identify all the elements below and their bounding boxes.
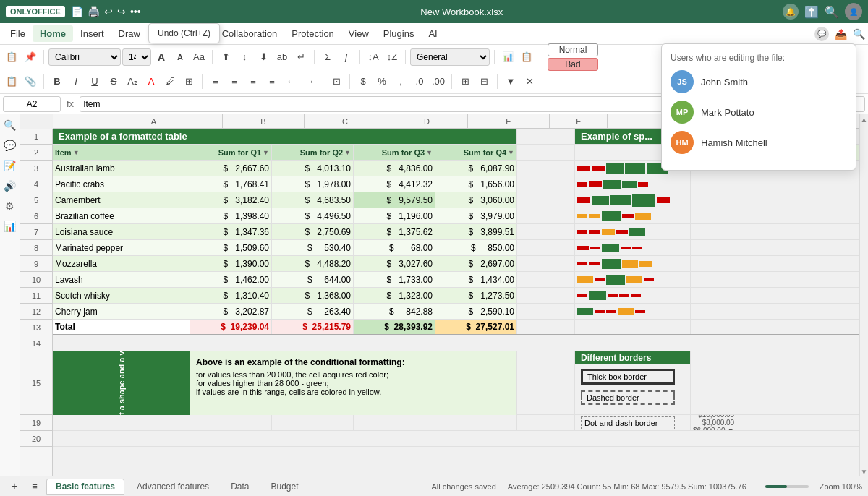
print-icon[interactable]: 🖨️	[88, 6, 100, 17]
right-scrollbar[interactable]: ▲ ▼	[859, 114, 868, 476]
col-D[interactable]: D	[386, 114, 468, 128]
cell-14-empty[interactable]	[53, 335, 859, 351]
cell-7rest[interactable]	[691, 224, 859, 239]
cell-q3-3[interactable]: $ 4,836.00	[354, 161, 435, 176]
underline-btn[interactable]: U	[86, 73, 103, 90]
more-icon[interactable]: •••	[130, 6, 141, 17]
cell-q4-6[interactable]: $ 3,979.00	[435, 208, 517, 223]
row-5[interactable]: 5	[20, 192, 52, 208]
menu-file[interactable]: File	[3, 25, 33, 42]
cell-item-5[interactable]: Camembert	[53, 192, 190, 208]
cell-q4-8[interactable]: $ 850.00	[435, 240, 517, 255]
strikethrough-btn[interactable]: S	[105, 73, 122, 90]
cell-8F[interactable]	[517, 240, 575, 255]
cell-item-3[interactable]: Australian lamb	[53, 161, 190, 176]
row-9[interactable]: 9	[20, 256, 52, 272]
cell-q1-3[interactable]: $ 2,667.60	[190, 161, 272, 176]
row-7[interactable]: 7	[20, 224, 52, 240]
undo-icon[interactable]: ↩	[104, 6, 113, 17]
filter-btn[interactable]: ▼	[502, 73, 519, 90]
sheet-tab-budget[interactable]: Budget	[261, 479, 307, 495]
cell-q4-4[interactable]: $ 1,656.00	[435, 176, 517, 192]
cell-7F[interactable]	[517, 224, 575, 239]
text-orient-btn[interactable]: ab	[273, 48, 291, 66]
cell-6F[interactable]	[517, 208, 575, 223]
font-family-select[interactable]: Calibri	[48, 48, 121, 66]
normal-badge[interactable]: Normal	[548, 43, 598, 56]
func-btn[interactable]: ƒ	[338, 48, 355, 66]
chart-side-icon[interactable]: 📊	[1, 218, 18, 234]
zoom-out-btn[interactable]: −	[758, 482, 762, 491]
cell-19rest[interactable]: $10,000.00 $8,000.00 $6,000.00 ▼	[691, 415, 859, 430]
sheet-tab-advanced[interactable]: Advanced features	[127, 479, 218, 495]
font-color-btn[interactable]: A	[142, 73, 160, 90]
dot-dash-border-cell[interactable]: Dot-and-dash border	[581, 416, 675, 429]
row-19[interactable]: 19	[20, 415, 52, 431]
cell-item-10[interactable]: Lavash	[53, 272, 190, 287]
cell-20-empty[interactable]	[53, 431, 859, 446]
cell-q2-7[interactable]: $ 2,750.69	[272, 224, 354, 239]
delete-row-btn[interactable]: ⊟	[475, 73, 493, 90]
titlebar-file-icons[interactable]: 📄 🖨️ ↩ ↪ •••	[71, 6, 141, 17]
redo-icon[interactable]: ↪	[117, 6, 126, 17]
cell-5F[interactable]	[517, 192, 575, 208]
cell-15rest[interactable]	[691, 351, 859, 415]
cell-q4-7[interactable]: $ 3,899.51	[435, 224, 517, 239]
cell-q3-6[interactable]: $ 1,196.00	[354, 208, 435, 223]
row-1[interactable]: 1	[20, 129, 52, 145]
cell-4rest[interactable]	[691, 176, 859, 192]
indent-dec-btn[interactable]: ←	[282, 73, 299, 90]
cell-q4-11[interactable]: $ 1,273.50	[435, 288, 517, 303]
cell-q3-8[interactable]: $ 68.00	[354, 240, 435, 255]
cell-10G[interactable]	[575, 272, 691, 287]
cell-5G[interactable]	[575, 192, 691, 208]
zoom-controls[interactable]: − + Zoom 100%	[758, 482, 862, 491]
merge-btn[interactable]: ⊡	[328, 73, 345, 90]
clear-filter-btn[interactable]: ✕	[521, 73, 538, 90]
row-11[interactable]: 11	[20, 288, 52, 304]
cell-q2-3[interactable]: $ 4,013.10	[272, 161, 354, 176]
sheet-tab-basic[interactable]: Basic features	[46, 479, 124, 495]
cell-q1-12[interactable]: $ 3,202.87	[190, 304, 272, 319]
row-15-18[interactable]: 15	[20, 351, 52, 415]
cell-q1-8[interactable]: $ 1,509.60	[190, 240, 272, 255]
comments-side-icon[interactable]: 💬	[1, 137, 18, 153]
cell-q1-5[interactable]: $ 3,182.40	[190, 192, 272, 208]
cell-total-q1[interactable]: $ 19,239.04	[190, 320, 272, 334]
cell-item-8[interactable]: Marinated pepper	[53, 240, 190, 255]
bold-btn[interactable]: B	[48, 73, 66, 90]
cell-19A[interactable]	[53, 415, 190, 430]
fx-icon[interactable]: fx	[64, 98, 77, 109]
border-btn[interactable]: ⊞	[180, 73, 197, 90]
col-header-q3[interactable]: Sum for Q3 ▼	[354, 145, 435, 160]
cell-q4-3[interactable]: $ 6,087.90	[435, 161, 517, 176]
zoom-slider[interactable]	[765, 485, 809, 488]
row-4[interactable]: 4	[20, 176, 52, 192]
cell-4G[interactable]	[575, 176, 691, 192]
cell-2F[interactable]	[517, 145, 575, 160]
cell-8rest[interactable]	[691, 240, 859, 255]
col-header-item[interactable]: Item ▼	[53, 145, 190, 160]
col-A[interactable]: A	[85, 114, 223, 128]
col-F[interactable]: F	[550, 114, 608, 128]
cell-q4-10[interactable]: $ 1,434.00	[435, 272, 517, 287]
cell-q3-11[interactable]: $ 1,323.00	[354, 288, 435, 303]
cell-q2-12[interactable]: $ 263.40	[272, 304, 354, 319]
cell-q2-4[interactable]: $ 1,978.00	[272, 176, 354, 192]
cell-9F[interactable]	[517, 256, 575, 271]
new-file-icon[interactable]: 📄	[71, 6, 83, 17]
justify-btn[interactable]: ≡	[263, 73, 281, 90]
row-8[interactable]: 8	[20, 240, 52, 256]
font-case-btn[interactable]: Aa	[190, 48, 208, 66]
col-header-q1[interactable]: Sum for Q1 ▼	[190, 145, 272, 160]
cell-13G[interactable]	[575, 320, 691, 334]
row-20[interactable]: 20	[20, 431, 52, 447]
cell-13F[interactable]	[517, 320, 575, 334]
percent-btn[interactable]: %	[373, 73, 391, 90]
italic-btn[interactable]: I	[67, 73, 85, 90]
track-changes-icon[interactable]: 📝	[1, 158, 18, 174]
search-icon[interactable]: 🔍	[825, 5, 839, 19]
dashed-border-cell[interactable]: Dashed border	[581, 390, 675, 405]
cell-item-4[interactable]: Pacific crabs	[53, 176, 190, 192]
subscript-btn[interactable]: A₂	[124, 73, 141, 90]
